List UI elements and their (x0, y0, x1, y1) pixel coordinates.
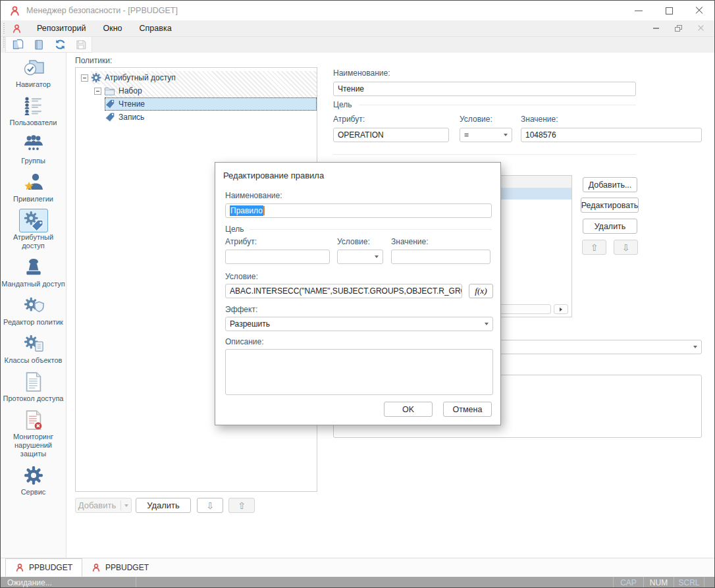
details-condition-combobox[interactable]: = (460, 128, 512, 142)
menu-bar: Репозиторий Окно Справка (1, 20, 714, 37)
dialog-value-field[interactable] (391, 250, 490, 264)
status-message: Ожидание... (1, 578, 136, 587)
cancel-button[interactable]: Отмена (443, 402, 492, 417)
sidebar-item-service[interactable]: Сервис (1, 464, 66, 496)
tab-ppbudget-2[interactable]: PPBUDGET (82, 558, 158, 577)
sidebar-item-groups[interactable]: Группы (1, 132, 66, 165)
mdi-close-button[interactable] (695, 24, 706, 33)
dialog-condition-combobox[interactable] (337, 250, 383, 264)
ok-button[interactable]: OK (384, 402, 433, 417)
gear-icon (91, 72, 101, 83)
minimize-button[interactable] (623, 1, 654, 20)
num-lock-indicator: NUM (644, 578, 674, 587)
chevron-down-icon (485, 323, 489, 325)
text-caret (263, 206, 265, 215)
dialog-effect-combobox[interactable]: Разрешить (225, 317, 493, 331)
details-attribute-field[interactable]: OPERATION (333, 128, 449, 142)
function-builder-button[interactable]: f(x) (469, 284, 493, 298)
mdi-restore-button[interactable] (672, 24, 684, 33)
mdi-minimize-button[interactable] (650, 24, 662, 33)
sidebar-item-policy-editor[interactable]: Редактор политик (1, 294, 66, 327)
rules-edit-button[interactable]: Редактировать (581, 198, 639, 213)
rules-move-down-button[interactable]: ⇩ (614, 240, 638, 255)
menu-repository[interactable]: Репозиторий (28, 20, 95, 36)
tree-move-down-button[interactable]: ⇩ (197, 498, 223, 513)
dialog-condition-expr-label: Условие: (225, 272, 258, 281)
dialog-description-box[interactable] (225, 349, 493, 395)
chevron-down-icon (504, 134, 508, 136)
tree-node-read[interactable]: Чтение (76, 97, 317, 111)
document-logo-icon (15, 563, 24, 572)
open-document-button[interactable] (32, 38, 45, 51)
arrow-down-icon: ⇩ (206, 500, 214, 511)
dialog-attribute-label: Атрибут: (225, 237, 257, 246)
menu-window[interactable]: Окно (95, 20, 131, 36)
tree-node-label: Чтение (119, 99, 145, 109)
mandatory-access-icon (24, 257, 43, 277)
edit-rule-dialog: Редактирование правила Наименование: Пра… (215, 162, 501, 425)
tab-ppbudget-1[interactable]: PPBUDGET (5, 558, 82, 577)
close-button[interactable] (684, 1, 714, 20)
dialog-target-group-label: Цель (225, 225, 244, 234)
rules-delete-button[interactable]: Удалить (583, 219, 637, 234)
attribute-access-icon (23, 211, 44, 230)
menu-help[interactable]: Справка (131, 20, 180, 36)
rules-move-up-button[interactable]: ⇧ (582, 240, 606, 255)
dialog-condition-expr-field[interactable]: ABAC.INTERSECC("NAME",SUBJECT.GROUPS,OBJ… (225, 284, 462, 298)
app-window: Менеджер безопасности - [PPBUDGET] Репоз… (0, 0, 715, 588)
access-log-icon (24, 372, 43, 392)
document-icon (33, 39, 45, 51)
chevron-down-icon (375, 255, 379, 258)
sidebar-item-privileges[interactable]: Привилегии (1, 171, 66, 203)
scroll-right-button[interactable] (554, 304, 568, 314)
refresh-button[interactable] (53, 38, 66, 51)
arrow-down-icon: ⇩ (622, 242, 630, 253)
statusbar-divider (704, 577, 704, 588)
tree-node-label: Запись (119, 113, 144, 122)
caps-lock-indicator: CAP (614, 578, 643, 587)
tag-icon (105, 99, 115, 109)
dialog-effect-label: Эффект: (225, 305, 257, 314)
sidebar-item-violation-monitoring[interactable]: Мониторинг нарушений защиты (1, 408, 66, 458)
dialog-description-label: Описание: (225, 337, 264, 346)
dialog-name-field[interactable]: Правило (225, 203, 492, 218)
tab-label: PPBUDGET (105, 563, 149, 572)
document-logo-icon (12, 24, 22, 34)
sidebar-item-users[interactable]: Пользователи (1, 94, 66, 127)
rules-add-button[interactable]: Добавить... (583, 177, 637, 192)
sidebar-item-access-log[interactable]: Протокол доступа (1, 370, 66, 403)
collapse-icon[interactable] (81, 74, 88, 82)
content-area: Политики: Атрибутный доступ Набор (66, 53, 714, 558)
arrow-right-icon (560, 307, 562, 311)
chevron-down-icon (124, 504, 128, 507)
tree-move-up-button[interactable]: ⇧ (228, 498, 255, 513)
dialog-attribute-field[interactable] (225, 250, 330, 264)
fx-icon: f(x) (475, 286, 487, 296)
sidebar-item-navigator[interactable]: Навигатор (1, 56, 66, 89)
arrow-up-icon: ⇧ (591, 242, 598, 253)
tree-add-split-button[interactable]: Добавить (75, 498, 132, 513)
new-document-icon (12, 38, 24, 51)
service-icon (24, 466, 43, 485)
tree-node-set[interactable]: Набор (76, 84, 317, 97)
tree-node-attribute-access[interactable]: Атрибутный доступ (76, 71, 317, 84)
refresh-icon (54, 38, 66, 51)
save-icon (75, 39, 87, 51)
save-button[interactable] (74, 38, 88, 51)
tree-node-write[interactable]: Запись (76, 111, 317, 124)
collapse-icon[interactable] (94, 88, 101, 95)
sidebar-item-attribute-access[interactable]: Атрибутный доступ (1, 209, 66, 250)
sidebar-item-mandatory-access[interactable]: Мандатный доступ (1, 255, 66, 288)
tree-delete-button[interactable]: Удалить (136, 498, 191, 513)
details-name-field[interactable]: Чтение (333, 82, 636, 96)
navigator-icon (22, 58, 45, 78)
selected-text: Правило (230, 205, 263, 216)
group-divider (359, 105, 636, 105)
details-value-field[interactable]: 1048576 (521, 128, 702, 142)
new-document-button[interactable] (11, 38, 24, 51)
details-attribute-label: Атрибут: (333, 115, 365, 124)
maximize-button[interactable] (654, 1, 684, 20)
tag-icon (105, 112, 115, 122)
policies-label: Политики: (75, 56, 112, 65)
sidebar-item-object-classes[interactable]: Классы объектов (1, 332, 66, 365)
